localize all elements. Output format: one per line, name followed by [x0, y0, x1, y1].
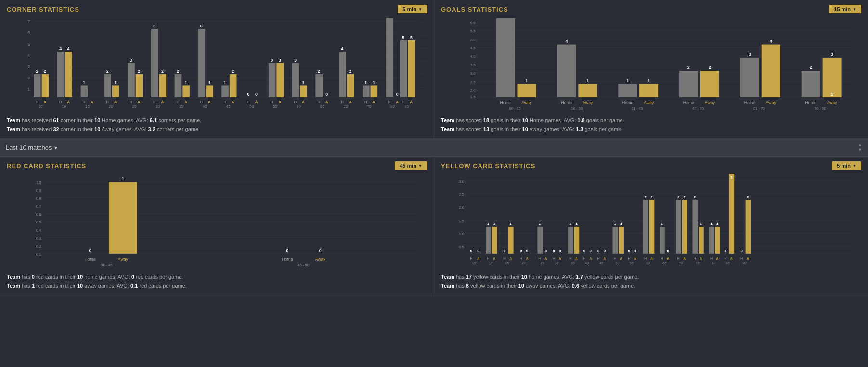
- corner-time-button[interactable]: 5 min: [398, 5, 427, 13]
- yellowcard-stat1-num1: 17: [466, 274, 472, 280]
- svg-text:A: A: [477, 257, 479, 260]
- svg-text:A: A: [575, 257, 578, 260]
- svg-rect-400: [619, 227, 624, 254]
- svg-rect-323: [109, 182, 137, 254]
- svg-text:H: H: [661, 257, 663, 260]
- svg-text:1: 1: [83, 80, 85, 85]
- svg-text:5: 5: [402, 35, 404, 40]
- yellowcard-panel-header: YELLOW CARD STATISTICS 5 min: [441, 161, 861, 170]
- goals-stat2-num1: 13: [483, 126, 489, 132]
- svg-text:A: A: [559, 257, 561, 260]
- svg-text:A: A: [620, 257, 622, 260]
- svg-rect-354: [492, 227, 497, 254]
- svg-text:0: 0: [589, 249, 592, 253]
- svg-text:0.6: 0.6: [36, 212, 41, 217]
- svg-text:H: H: [271, 100, 273, 104]
- svg-text:40': 40': [585, 262, 589, 265]
- svg-text:2: 2: [36, 69, 38, 74]
- svg-text:00 - 45: 00 - 45: [101, 263, 113, 267]
- svg-text:A: A: [650, 257, 653, 260]
- svg-text:Away: Away: [705, 100, 715, 105]
- corner-stat1-avg: 6.1: [150, 118, 157, 123]
- arrow-down[interactable]: ▼: [858, 148, 862, 152]
- svg-rect-437: [709, 227, 714, 254]
- svg-rect-209: [339, 52, 346, 97]
- goals-time-button[interactable]: 15 min: [829, 5, 861, 13]
- svg-text:A: A: [700, 257, 702, 260]
- svg-text:Away: Away: [315, 257, 325, 262]
- yellowcard-stat2-avg: 0.6: [572, 283, 579, 288]
- redcard-statistics-panel: RED CARD STATISTICS 45 min 1.0 0.9: [0, 157, 434, 295]
- svg-text:50': 50': [250, 105, 255, 109]
- svg-text:H: H: [644, 257, 647, 260]
- svg-text:30': 30': [555, 262, 559, 265]
- goals-stat1-num1: 18: [483, 118, 489, 123]
- svg-text:0: 0: [583, 249, 586, 253]
- svg-text:Home: Home: [805, 100, 817, 105]
- svg-text:0.5: 0.5: [36, 221, 42, 225]
- redcard-title-plain: RED CARD: [7, 162, 46, 170]
- corner-statistics-panel: CORNER STATISTICS 5 min 7 6 5 4 3 2: [0, 0, 434, 139]
- last-10-matches-label[interactable]: Last 10 matches: [6, 144, 57, 151]
- svg-text:4: 4: [565, 39, 568, 44]
- svg-text:0: 0: [724, 249, 726, 253]
- svg-rect-439: [715, 227, 720, 254]
- svg-text:1: 1: [27, 87, 30, 92]
- bottom-section: RED CARD STATISTICS 45 min 1.0 0.9: [0, 157, 868, 295]
- divider-row[interactable]: Last 10 matches ▲ ▼: [0, 139, 868, 157]
- redcard-stat2-avg: 0.1: [130, 283, 138, 288]
- svg-text:0: 0: [634, 249, 636, 253]
- svg-rect-163: [175, 74, 182, 97]
- svg-text:1: 1: [626, 79, 629, 83]
- svg-text:A: A: [208, 100, 211, 104]
- svg-text:4: 4: [27, 53, 30, 58]
- svg-text:3: 3: [730, 175, 733, 180]
- svg-text:H: H: [583, 257, 586, 260]
- svg-text:45': 45': [226, 105, 232, 109]
- svg-text:A: A: [302, 100, 305, 104]
- svg-text:2: 2: [687, 65, 690, 70]
- svg-text:1: 1: [539, 222, 541, 226]
- corner-stat2-num2: 10: [94, 126, 100, 132]
- svg-text:Away: Away: [118, 257, 129, 262]
- svg-text:00 - 15: 00 - 15: [509, 106, 521, 111]
- svg-text:Home: Home: [282, 257, 293, 262]
- redcard-panel-header: RED CARD STATISTICS 45 min: [7, 161, 427, 170]
- svg-text:05': 05': [472, 262, 477, 265]
- svg-text:A: A: [730, 257, 733, 260]
- yellowcard-time-button[interactable]: 5 min: [832, 161, 861, 170]
- redcard-time-button[interactable]: 45 min: [395, 161, 427, 170]
- svg-text:1: 1: [648, 79, 650, 83]
- collapse-arrows[interactable]: ▲ ▼: [858, 143, 862, 152]
- corner-stat2-num1: 32: [53, 126, 59, 132]
- svg-text:H: H: [677, 257, 680, 260]
- svg-text:H: H: [628, 257, 630, 260]
- svg-text:H: H: [200, 100, 203, 104]
- svg-rect-279: [679, 71, 698, 97]
- svg-text:0: 0: [89, 249, 91, 253]
- svg-rect-286: [740, 58, 759, 97]
- svg-text:2: 2: [677, 195, 680, 199]
- svg-text:3.5: 3.5: [470, 63, 476, 67]
- corner-panel-header: CORNER STATISTICS 5 min: [7, 5, 427, 13]
- svg-text:60': 60': [646, 262, 650, 265]
- svg-text:2.5: 2.5: [470, 80, 476, 84]
- goals-title-accent: STATISTICS: [468, 6, 508, 13]
- corner-stat2-avg: 3.2: [148, 126, 155, 132]
- svg-text:46 - 60: 46 - 60: [692, 106, 704, 111]
- svg-rect-274: [639, 84, 658, 97]
- svg-rect-370: [537, 227, 543, 254]
- svg-text:0: 0: [553, 249, 555, 253]
- svg-text:H: H: [710, 257, 713, 260]
- svg-text:70': 70': [679, 262, 683, 265]
- svg-text:A: A: [373, 100, 376, 104]
- svg-text:Home: Home: [500, 100, 511, 105]
- svg-text:75': 75': [367, 105, 372, 109]
- svg-text:H: H: [724, 257, 726, 260]
- svg-text:Home: Home: [84, 257, 96, 262]
- svg-text:1: 1: [487, 222, 490, 226]
- svg-text:0.8: 0.8: [36, 197, 41, 201]
- goals-chart-svg: 6.0 5.5 5.0 4.5 4.0 3.5 3.0 2.5 2.0 1.5 …: [441, 17, 861, 114]
- svg-rect-272: [618, 84, 637, 97]
- arrow-up[interactable]: ▲: [858, 143, 862, 147]
